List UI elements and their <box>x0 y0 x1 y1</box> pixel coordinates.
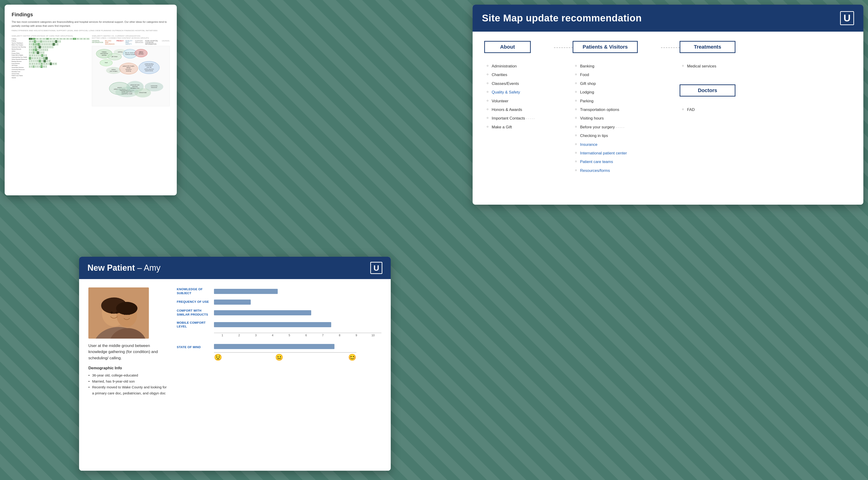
patients-item: Lodging <box>575 88 661 97</box>
metric-label-3: COMFORT WITHSIMILAR PRODUCTS <box>177 309 214 317</box>
patients-item: Before your surgery - - - - - <box>575 123 661 131</box>
scale-5: 5 <box>281 334 298 337</box>
doctors-item: FAD <box>682 105 759 114</box>
matrix-left: SIMILARITY MATRIX (PERCENTAGE OF CARD PA… <box>12 35 90 106</box>
patients-item: Checking in tips <box>575 131 661 140</box>
scale-3: 3 <box>247 334 264 337</box>
sitemap-title: Site Map update recommendation <box>482 12 642 24</box>
about-item: Volunteer <box>487 97 554 105</box>
scale-6: 6 <box>298 334 314 337</box>
metric-row-1: KNOWLEDGE OFSUBJECT <box>177 287 381 295</box>
patients-item: Food <box>575 70 661 79</box>
sitemap-col-about: About Administration Charities Classes/E… <box>484 41 554 131</box>
sitemap-header: Site Map update recommendation U <box>473 5 863 32</box>
findings-description: The two most consistent categories are f… <box>12 20 170 28</box>
patient-header: New Patient – Amy U <box>79 257 391 279</box>
findings-card: Findings The two most consistent categor… <box>5 5 177 195</box>
matrix1-label: SIMILARITY MATRIX (PERCENTAGE OF CARD PA… <box>12 35 90 37</box>
patient-name: Amy <box>144 263 160 273</box>
patient-demo-title: Demographic Info <box>88 366 167 371</box>
about-item: Administration <box>487 62 554 70</box>
svg-point-7 <box>111 311 113 314</box>
matrix-row-labels: LodgingParkingTips for Checking In Befor… <box>12 38 28 79</box>
sitemap-body: About Administration Charities Classes/E… <box>473 32 863 184</box>
demo-item: Married, has 9-year-old son <box>88 378 167 384</box>
sitemap-card: Site Map update recommendation U About A… <box>473 5 863 205</box>
metric-label-4: MOBILE COMFORTLEVEL <box>177 321 214 329</box>
doctors-items: FAD <box>680 105 759 114</box>
demo-item: Recently moved to Wake County and lookin… <box>88 384 167 396</box>
metric-bar-area-1 <box>214 289 381 294</box>
patients-item: Gift shop <box>575 79 661 88</box>
patients-item: Resources/forms <box>575 166 661 175</box>
patient-header-title: New Patient – Amy <box>88 263 160 273</box>
scale-9: 9 <box>348 334 365 337</box>
svg-point-6 <box>116 302 137 315</box>
patients-item: Visiting hours <box>575 114 661 123</box>
connector-1 <box>554 41 572 48</box>
state-bar <box>214 344 335 349</box>
metric-bar-area-2 <box>214 299 381 305</box>
metric-bar-area-4 <box>214 322 381 327</box>
doctors-box: Doctors <box>680 85 736 97</box>
treatments-box: Treatments <box>680 41 736 53</box>
about-item: Quality & Safety <box>487 88 554 97</box>
state-of-mind-section: STATE OF MIND 😟 😐 😊 <box>177 344 381 361</box>
about-item: Classes/Events <box>487 79 554 88</box>
state-emojis: 😟 😐 😊 <box>214 353 356 361</box>
state-label: STATE OF MIND <box>177 345 214 349</box>
scale-area: 1 2 3 4 5 6 7 8 9 10 <box>177 333 381 337</box>
metric-row-2: FREQUENCY OF USE <box>177 299 381 305</box>
about-item: Make a Gift <box>487 123 554 131</box>
patient-dash: – <box>137 263 144 273</box>
state-scale-line <box>214 352 356 353</box>
findings-tags: FAMILY/FRIENDS AND HOLISTIC/EMOTIONAL SU… <box>12 30 170 32</box>
patients-item: Transportation options <box>575 105 661 114</box>
matrix-grid: 13 43 5 3 2 18 5 0 0 0 0 5 3 30 <box>29 38 90 79</box>
patient-duke-logo: U <box>370 262 382 274</box>
svg-point-8 <box>116 311 118 314</box>
metric-label-2: FREQUENCY OF USE <box>177 300 214 304</box>
emoji-sad: 😟 <box>214 353 222 361</box>
scale-1: 1 <box>214 334 231 337</box>
emoji-happy: 😊 <box>348 353 356 361</box>
patients-items: Banking Food Gift shop Lodging Parking T… <box>572 62 661 175</box>
bubble-area: lodginginternationalparking food gift sh… <box>92 46 170 106</box>
treatments-items: Medical services <box>680 62 759 70</box>
patient-avatar-svg <box>88 287 149 339</box>
patients-box: Patients & Visitors <box>572 41 638 53</box>
about-box: About <box>484 41 531 53</box>
state-row: STATE OF MIND <box>177 344 381 350</box>
scale-numbers: 1 2 3 4 5 6 7 8 9 10 <box>214 334 381 337</box>
scale-7: 7 <box>314 334 331 337</box>
svg-point-9 <box>124 313 126 315</box>
metric-label-1: KNOWLEDGE OFSUBJECT <box>177 287 214 295</box>
demo-item: 36-year old, college-educated <box>88 372 167 378</box>
scale-8: 8 <box>331 334 348 337</box>
patients-item: Insurance <box>575 140 661 149</box>
state-bar-container <box>214 344 381 350</box>
patients-item: Patient care teams <box>575 157 661 166</box>
sitemap-columns: About Administration Charities Classes/E… <box>484 41 852 175</box>
scale-2: 2 <box>231 334 247 337</box>
metric-bar-2 <box>214 299 251 305</box>
metric-bar-1 <box>214 289 278 294</box>
scale-4: 4 <box>264 334 281 337</box>
patient-card: New Patient – Amy U <box>79 257 391 471</box>
matrix-right: SIMILARITY MATRIX VS. CURRENT ORGANIZATI… <box>92 35 170 106</box>
patient-header-label: New Patient <box>88 263 135 273</box>
patient-left: User at the middle ground between knowle… <box>88 287 167 466</box>
metric-row-4: MOBILE COMFORTLEVEL <box>177 321 381 329</box>
about-items: Administration Charities Classes/Events … <box>484 62 554 131</box>
duke-logo: U <box>840 11 854 25</box>
metric-row-3: COMFORT WITHSIMILAR PRODUCTS <box>177 309 381 317</box>
scale-line <box>214 333 381 333</box>
metric-bar-3 <box>214 310 311 315</box>
patient-demo-list: 36-year old, college-educated Married, h… <box>88 372 167 396</box>
sitemap-col-right: Treatments Medical services Doctors FAD <box>680 41 759 114</box>
patients-item: Banking <box>575 62 661 70</box>
patients-item: Parking <box>575 97 661 105</box>
patient-body: User at the middle ground between knowle… <box>79 279 391 471</box>
patient-description: User at the middle ground between knowle… <box>88 343 167 361</box>
svg-point-10 <box>128 313 130 315</box>
